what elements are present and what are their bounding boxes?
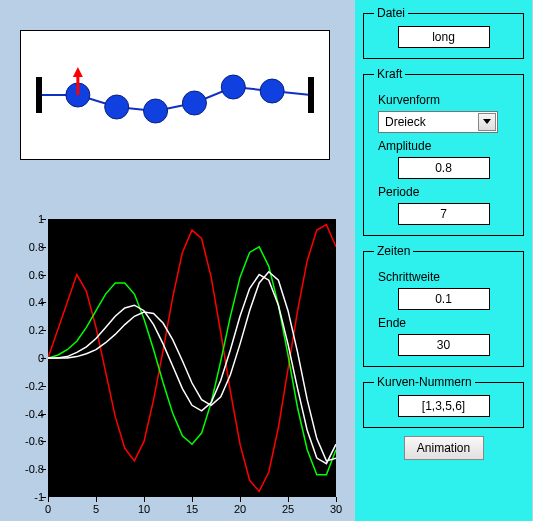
schrittweite-input[interactable]: 0.1 [398,288,490,310]
chart-plot-area [48,219,336,497]
svg-marker-10 [483,119,491,124]
svg-point-6 [221,75,245,99]
x-tick-label: 30 [330,503,342,515]
x-tick-label: 5 [93,503,99,515]
ende-input[interactable]: 30 [398,334,490,356]
kurvenform-select[interactable]: Dreieck [378,111,498,133]
schrittweite-label: Schrittweite [378,270,513,284]
x-tick-label: 25 [282,503,294,515]
amplitude-label: Amplitude [378,139,513,153]
chart-series [48,225,336,492]
x-tick-label: 15 [186,503,198,515]
group-datei: Datei long [363,6,524,59]
group-zeiten-legend: Zeiten [374,244,413,258]
x-tick-label: 0 [45,503,51,515]
chart-series [48,247,336,475]
kurvenform-selected: Dreieck [385,115,426,129]
control-panel: Datei long Kraft Kurvenform Dreieck Ampl… [355,0,532,521]
kurvenform-label: Kurvenform [378,93,513,107]
datei-input[interactable]: long [398,26,490,48]
svg-point-4 [144,99,168,123]
svg-point-3 [105,95,129,119]
group-datei-legend: Datei [374,6,408,20]
periode-label: Periode [378,185,513,199]
beads-diagram [20,30,330,160]
ende-label: Ende [378,316,513,330]
chevron-down-icon[interactable] [478,113,496,131]
x-tick-label: 20 [234,503,246,515]
x-axis: 051015202530 [48,499,340,515]
amplitude-input[interactable]: 0.8 [398,157,490,179]
y-axis: -1-0.8-0.6-0.4-0.200.20.40.60.81 [20,215,46,501]
group-zeiten: Zeiten Schrittweite 0.1 Ende 30 [363,244,524,367]
chart-series [48,275,336,464]
chart: -1-0.8-0.6-0.4-0.200.20.40.60.81 0510152… [20,215,340,515]
periode-input[interactable]: 7 [398,203,490,225]
group-kraft: Kraft Kurvenform Dreieck Amplitude 0.8 P… [363,67,524,236]
animation-button[interactable]: Animation [404,436,484,460]
group-kurven: Kurven-Nummern [1,3,5,6] [363,375,524,428]
svg-rect-0 [36,77,42,113]
svg-rect-1 [308,77,314,113]
left-area: -1-0.8-0.6-0.4-0.200.20.40.60.81 0510152… [0,0,355,521]
svg-point-5 [182,91,206,115]
svg-point-7 [260,79,284,103]
group-kraft-legend: Kraft [374,67,405,81]
x-tick-label: 10 [138,503,150,515]
kurven-input[interactable]: [1,3,5,6] [398,395,490,417]
group-kurven-legend: Kurven-Nummern [374,375,475,389]
svg-marker-9 [73,67,83,77]
